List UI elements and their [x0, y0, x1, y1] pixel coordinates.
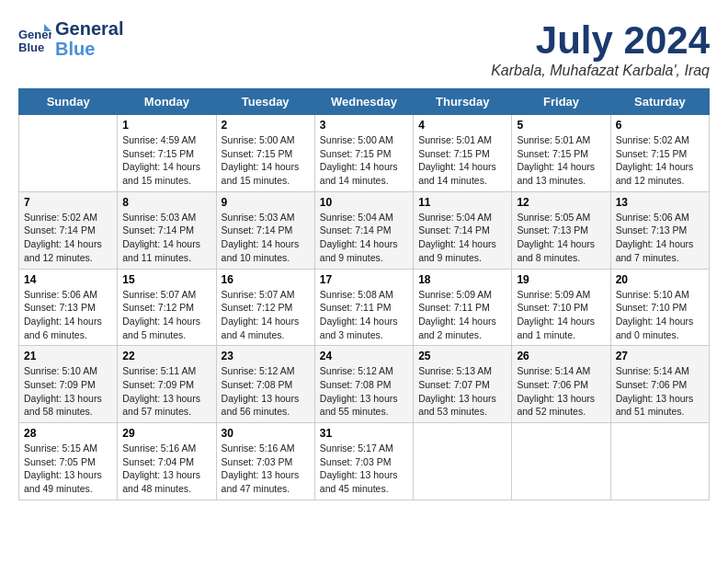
date-number: 10 [320, 196, 408, 209]
logo: General Blue General Blue [18, 18, 123, 59]
calendar-cell: 4Sunrise: 5:01 AM Sunset: 7:15 PM Daylig… [414, 115, 512, 192]
date-number: 28 [24, 427, 112, 440]
date-number: 29 [122, 427, 210, 440]
calendar-table: SundayMondayTuesdayWednesdayThursdayFrid… [18, 88, 710, 500]
cell-info: Sunrise: 5:03 AM Sunset: 7:14 PM Dayligh… [222, 211, 310, 265]
cell-info: Sunrise: 5:12 AM Sunset: 7:08 PM Dayligh… [222, 364, 310, 419]
calendar-cell: 29Sunrise: 5:16 AM Sunset: 7:04 PM Dayli… [118, 423, 216, 500]
weekday-header-monday: Monday [118, 89, 216, 115]
weekday-header-row: SundayMondayTuesdayWednesdayThursdayFrid… [19, 89, 710, 115]
date-number: 7 [24, 196, 112, 209]
cell-info: Sunrise: 5:02 AM Sunset: 7:15 PM Dayligh… [616, 133, 704, 188]
calendar-week-5: 28Sunrise: 5:15 AM Sunset: 7:05 PM Dayli… [19, 423, 710, 500]
cell-info: Sunrise: 5:14 AM Sunset: 7:06 PM Dayligh… [616, 364, 704, 419]
date-number: 6 [616, 119, 704, 132]
date-number: 5 [517, 119, 605, 132]
calendar-cell [512, 423, 610, 500]
calendar-cell: 26Sunrise: 5:14 AM Sunset: 7:06 PM Dayli… [512, 346, 610, 423]
date-number: 8 [122, 196, 210, 209]
calendar-cell: 20Sunrise: 5:10 AM Sunset: 7:10 PM Dayli… [610, 269, 709, 346]
calendar-cell: 11Sunrise: 5:04 AM Sunset: 7:14 PM Dayli… [414, 191, 512, 269]
location-title: Karbala, Muhafazat Karbala', Iraq [491, 63, 710, 79]
calendar-cell: 6Sunrise: 5:02 AM Sunset: 7:15 PM Daylig… [610, 115, 709, 192]
date-number: 9 [222, 196, 310, 209]
calendar-cell: 9Sunrise: 5:03 AM Sunset: 7:14 PM Daylig… [216, 191, 314, 269]
calendar-week-2: 7Sunrise: 5:02 AM Sunset: 7:14 PM Daylig… [19, 191, 710, 269]
calendar-cell: 2Sunrise: 5:00 AM Sunset: 7:15 PM Daylig… [216, 115, 314, 192]
date-number: 11 [418, 196, 506, 209]
cell-info: Sunrise: 5:16 AM Sunset: 7:03 PM Dayligh… [222, 442, 310, 496]
date-number: 2 [222, 119, 310, 132]
calendar-cell: 27Sunrise: 5:14 AM Sunset: 7:06 PM Dayli… [610, 346, 709, 423]
cell-info: Sunrise: 5:11 AM Sunset: 7:09 PM Dayligh… [122, 364, 210, 419]
calendar-week-3: 14Sunrise: 5:06 AM Sunset: 7:13 PM Dayli… [19, 269, 710, 346]
date-number: 26 [517, 350, 605, 362]
cell-info: Sunrise: 5:12 AM Sunset: 7:08 PM Dayligh… [320, 364, 408, 419]
cell-info: Sunrise: 5:06 AM Sunset: 7:13 PM Dayligh… [616, 211, 704, 265]
calendar-cell: 3Sunrise: 5:00 AM Sunset: 7:15 PM Daylig… [314, 115, 413, 192]
calendar-cell: 23Sunrise: 5:12 AM Sunset: 7:08 PM Dayli… [216, 346, 314, 423]
calendar-cell: 13Sunrise: 5:06 AM Sunset: 7:13 PM Dayli… [610, 191, 709, 269]
calendar-cell: 14Sunrise: 5:06 AM Sunset: 7:13 PM Dayli… [19, 269, 118, 346]
date-number: 21 [24, 350, 112, 362]
date-number: 30 [222, 427, 310, 440]
calendar-cell: 19Sunrise: 5:09 AM Sunset: 7:10 PM Dayli… [512, 269, 610, 346]
cell-info: Sunrise: 5:01 AM Sunset: 7:15 PM Dayligh… [418, 133, 506, 188]
weekday-header-tuesday: Tuesday [216, 89, 314, 115]
cell-info: Sunrise: 5:08 AM Sunset: 7:11 PM Dayligh… [320, 288, 408, 342]
calendar-cell [414, 423, 512, 500]
date-number: 4 [418, 119, 506, 132]
date-number: 13 [616, 196, 704, 209]
date-number: 31 [320, 427, 408, 440]
cell-info: Sunrise: 4:59 AM Sunset: 7:15 PM Dayligh… [122, 133, 210, 188]
cell-info: Sunrise: 5:16 AM Sunset: 7:04 PM Dayligh… [122, 442, 210, 496]
cell-info: Sunrise: 5:00 AM Sunset: 7:15 PM Dayligh… [222, 133, 310, 188]
cell-info: Sunrise: 5:15 AM Sunset: 7:05 PM Dayligh… [24, 442, 112, 496]
date-number: 12 [517, 196, 605, 209]
month-title: July 2024 [491, 18, 710, 63]
cell-info: Sunrise: 5:03 AM Sunset: 7:14 PM Dayligh… [122, 211, 210, 265]
date-number: 19 [517, 273, 605, 286]
calendar-cell: 21Sunrise: 5:10 AM Sunset: 7:09 PM Dayli… [19, 346, 118, 423]
calendar-cell: 25Sunrise: 5:13 AM Sunset: 7:07 PM Dayli… [414, 346, 512, 423]
date-number: 23 [222, 350, 310, 362]
date-number: 1 [122, 119, 210, 132]
cell-info: Sunrise: 5:14 AM Sunset: 7:06 PM Dayligh… [517, 364, 605, 419]
date-number: 18 [418, 273, 506, 286]
calendar-cell: 8Sunrise: 5:03 AM Sunset: 7:14 PM Daylig… [118, 191, 216, 269]
logo-text-line2: Blue [55, 39, 123, 59]
calendar-cell: 12Sunrise: 5:05 AM Sunset: 7:13 PM Dayli… [512, 191, 610, 269]
cell-info: Sunrise: 5:06 AM Sunset: 7:13 PM Dayligh… [24, 288, 112, 342]
calendar-cell: 10Sunrise: 5:04 AM Sunset: 7:14 PM Dayli… [314, 191, 413, 269]
calendar-week-1: 1Sunrise: 4:59 AM Sunset: 7:15 PM Daylig… [19, 115, 710, 192]
cell-info: Sunrise: 5:13 AM Sunset: 7:07 PM Dayligh… [418, 364, 506, 419]
calendar-cell: 31Sunrise: 5:17 AM Sunset: 7:03 PM Dayli… [314, 423, 413, 500]
calendar-cell: 5Sunrise: 5:01 AM Sunset: 7:15 PM Daylig… [512, 115, 610, 192]
calendar-cell: 24Sunrise: 5:12 AM Sunset: 7:08 PM Dayli… [314, 346, 413, 423]
svg-text:Blue: Blue [18, 40, 44, 54]
calendar-cell: 16Sunrise: 5:07 AM Sunset: 7:12 PM Dayli… [216, 269, 314, 346]
date-number: 27 [616, 350, 704, 362]
cell-info: Sunrise: 5:04 AM Sunset: 7:14 PM Dayligh… [320, 211, 408, 265]
cell-info: Sunrise: 5:02 AM Sunset: 7:14 PM Dayligh… [24, 211, 112, 265]
cell-info: Sunrise: 5:10 AM Sunset: 7:09 PM Dayligh… [24, 364, 112, 419]
cell-info: Sunrise: 5:05 AM Sunset: 7:13 PM Dayligh… [517, 211, 605, 265]
calendar-cell: 17Sunrise: 5:08 AM Sunset: 7:11 PM Dayli… [314, 269, 413, 346]
date-number: 24 [320, 350, 408, 362]
cell-info: Sunrise: 5:00 AM Sunset: 7:15 PM Dayligh… [320, 133, 408, 188]
calendar-week-4: 21Sunrise: 5:10 AM Sunset: 7:09 PM Dayli… [19, 346, 710, 423]
cell-info: Sunrise: 5:09 AM Sunset: 7:10 PM Dayligh… [517, 288, 605, 342]
date-number: 25 [418, 350, 506, 362]
cell-info: Sunrise: 5:17 AM Sunset: 7:03 PM Dayligh… [320, 442, 408, 496]
calendar-cell: 28Sunrise: 5:15 AM Sunset: 7:05 PM Dayli… [19, 423, 118, 500]
cell-info: Sunrise: 5:09 AM Sunset: 7:11 PM Dayligh… [418, 288, 506, 342]
weekday-header-wednesday: Wednesday [314, 89, 413, 115]
calendar-cell: 7Sunrise: 5:02 AM Sunset: 7:14 PM Daylig… [19, 191, 118, 269]
calendar-cell: 1Sunrise: 4:59 AM Sunset: 7:15 PM Daylig… [118, 115, 216, 192]
date-number: 15 [122, 273, 210, 286]
cell-info: Sunrise: 5:01 AM Sunset: 7:15 PM Dayligh… [517, 133, 605, 188]
logo-icon: General Blue [18, 22, 51, 55]
weekday-header-friday: Friday [512, 89, 610, 115]
page-header: General Blue General Blue July 2024 Karb… [18, 18, 710, 79]
title-block: July 2024 Karbala, Muhafazat Karbala', I… [491, 18, 710, 79]
